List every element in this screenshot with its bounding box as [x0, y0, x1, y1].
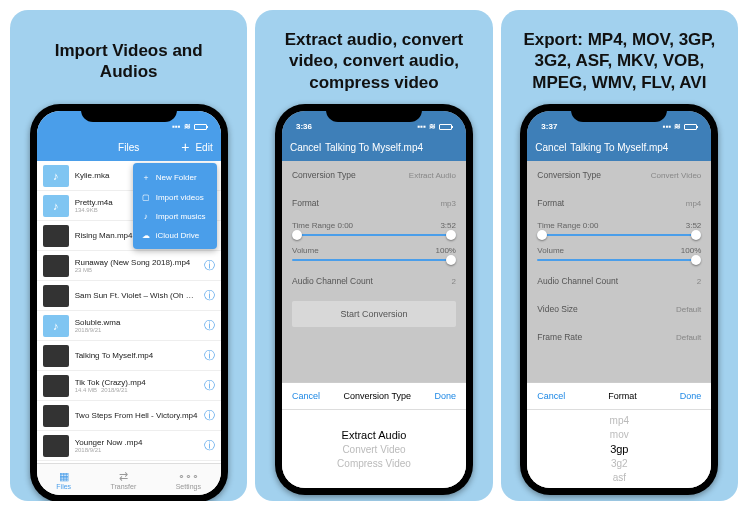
video-thumb [43, 285, 69, 307]
phone-mock-1: ▪▪▪≋ Files + Edit ♪Kylie.mkaⓘ ♪Pretty.m4… [30, 104, 228, 501]
promo-card-2: Extract audio, convert video, convert au… [255, 10, 492, 501]
picker-option[interactable]: Compress Video [337, 458, 411, 469]
picker-toolbar: Cancel Format Done [527, 383, 711, 410]
nav-bar: Cancel Talking To Myself.mp4 [527, 133, 711, 161]
tab-transfer[interactable]: ⇄Transfer [110, 470, 136, 490]
phone-mock-2: 3:36 ▪▪▪≋ Cancel Talking To Myself.mp4 C… [275, 104, 473, 495]
video-thumb [43, 405, 69, 427]
info-icon[interactable]: ⓘ [204, 408, 215, 423]
settings-icon: ∘∘∘ [176, 470, 201, 483]
row-volume-label: Volume100% [282, 242, 466, 257]
picker-option[interactable]: Convert Video [342, 444, 405, 455]
picker-cancel-button[interactable]: Cancel [537, 391, 565, 401]
file-row[interactable]: Younger Now .mp42018/9/21ⓘ [37, 431, 221, 461]
nav-title: Talking To Myself.mp4 [325, 142, 423, 153]
row-video-size[interactable]: Video SizeDefault [527, 295, 711, 323]
picker-title: Format [608, 391, 637, 401]
music-icon: ♪ [43, 195, 69, 217]
row-audio-channel[interactable]: Audio Channel Count2 [282, 267, 466, 295]
transfer-icon: ⇄ [110, 470, 136, 483]
screen-convert-video: 3:37 ▪▪▪≋ Cancel Talking To Myself.mp4 C… [527, 111, 711, 488]
picker-option[interactable]: Extract Audio [342, 429, 407, 441]
cloud-icon: ☁ [141, 231, 151, 240]
file-list: ♪Kylie.mkaⓘ ♪Pretty.m4a134.9KBⓘ Rising M… [37, 161, 221, 463]
picker-wheel[interactable]: Extract Audio Convert Video Compress Vid… [282, 410, 466, 488]
file-row[interactable]: Talking To Myself.mp4ⓘ [37, 341, 221, 371]
row-conversion-type[interactable]: Conversion TypeConvert Video [527, 161, 711, 189]
volume-slider[interactable] [527, 257, 711, 267]
music-icon: ♪ [43, 315, 69, 337]
video-thumb [43, 225, 69, 247]
picker-done-button[interactable]: Done [434, 391, 456, 401]
info-icon[interactable]: ⓘ [204, 288, 215, 303]
picker-option[interactable]: asf [613, 472, 626, 483]
info-icon[interactable]: ⓘ [204, 318, 215, 333]
file-row[interactable]: war3end.mp4ⓘ [37, 461, 221, 463]
music-icon: ♪ [43, 165, 69, 187]
file-row[interactable]: Tik Tok (Crazy).mp414.4 MB2018/9/21ⓘ [37, 371, 221, 401]
row-format[interactable]: Formatmp3 [282, 189, 466, 217]
tab-files[interactable]: ▦Files [56, 470, 71, 490]
nav-edit-button[interactable]: Edit [195, 142, 212, 153]
picker-wheel[interactable]: mp4 mov 3gp 3g2 asf [527, 410, 711, 488]
info-icon[interactable]: ⓘ [204, 258, 215, 273]
file-row[interactable]: Runaway (New Song 2018).mp423 MBⓘ [37, 251, 221, 281]
start-conversion-button[interactable]: Start Conversion [292, 301, 456, 327]
video-icon: ▢ [141, 193, 151, 202]
popover-import-videos[interactable]: ▢Import videos [133, 188, 217, 207]
row-time-range: Time Range 0:003:52 [527, 217, 711, 232]
nav-bar: Cancel Talking To Myself.mp4 [282, 133, 466, 161]
files-icon: ▦ [56, 470, 71, 483]
row-frame-rate[interactable]: Frame RateDefault [527, 323, 711, 351]
picker-title: Conversion Type [344, 391, 411, 401]
volume-slider[interactable] [282, 257, 466, 267]
popover-new-folder[interactable]: ＋New Folder [133, 167, 217, 188]
nav-bar: Files + Edit [37, 133, 221, 161]
picker-cancel-button[interactable]: Cancel [292, 391, 320, 401]
tab-settings[interactable]: ∘∘∘Settings [176, 470, 201, 490]
popover-icloud-drive[interactable]: ☁iCloud Drive [133, 226, 217, 245]
file-row[interactable]: ♪Soluble.wma2018/9/21ⓘ [37, 311, 221, 341]
time-range-slider[interactable] [282, 232, 466, 242]
screen-convert: 3:36 ▪▪▪≋ Cancel Talking To Myself.mp4 C… [282, 111, 466, 488]
card-title: Extract audio, convert video, convert au… [265, 26, 482, 104]
time-range-slider[interactable] [527, 232, 711, 242]
picker-option[interactable]: mp4 [610, 415, 629, 426]
file-row[interactable]: Two Steps From Hell - Victory.mp4ⓘ [37, 401, 221, 431]
row-volume-label: Volume100% [527, 242, 711, 257]
tab-bar: ▦Files ⇄Transfer ∘∘∘Settings [37, 463, 221, 495]
notch [81, 104, 177, 122]
card-title: Export: MP4, MOV, 3GP, 3G2, ASF, MKV, VO… [511, 26, 728, 104]
row-audio-channel[interactable]: Audio Channel Count2 [527, 267, 711, 295]
picker-option[interactable]: 3gp [610, 443, 628, 455]
nav-cancel-button[interactable]: Cancel [535, 142, 566, 153]
nav-cancel-button[interactable]: Cancel [290, 142, 321, 153]
plus-icon: ＋ [141, 172, 151, 183]
row-time-range: Time Range 0:003:52 [282, 217, 466, 232]
phone-mock-3: 3:37 ▪▪▪≋ Cancel Talking To Myself.mp4 C… [520, 104, 718, 495]
promo-card-1: Import Videos and Audios ▪▪▪≋ Files + Ed… [10, 10, 247, 501]
info-icon[interactable]: ⓘ [204, 438, 215, 453]
info-icon[interactable]: ⓘ [204, 378, 215, 393]
add-popover: ＋New Folder ▢Import videos ♪Import music… [133, 163, 217, 249]
video-thumb [43, 345, 69, 367]
video-thumb [43, 375, 69, 397]
notch [326, 104, 422, 122]
picker-toolbar: Cancel Conversion Type Done [282, 383, 466, 410]
picker-option[interactable]: mov [610, 429, 629, 440]
video-thumb [43, 255, 69, 277]
picker-option[interactable]: 3g2 [611, 458, 628, 469]
row-conversion-type[interactable]: Conversion TypeExtract Audio [282, 161, 466, 189]
notch [571, 104, 667, 122]
file-row[interactable]: Sam Sun Ft. Violet – Wish (Oh No).mp4ⓘ [37, 281, 221, 311]
status-time: 3:37 [541, 122, 557, 131]
video-thumb [43, 435, 69, 457]
row-format[interactable]: Formatmp4 [527, 189, 711, 217]
music-icon: ♪ [141, 212, 151, 221]
info-icon[interactable]: ⓘ [204, 348, 215, 363]
card-title: Import Videos and Audios [20, 26, 237, 104]
popover-import-musics[interactable]: ♪Import musics [133, 207, 217, 226]
nav-title: Files [118, 142, 139, 153]
add-icon[interactable]: + [181, 140, 189, 154]
picker-done-button[interactable]: Done [680, 391, 702, 401]
